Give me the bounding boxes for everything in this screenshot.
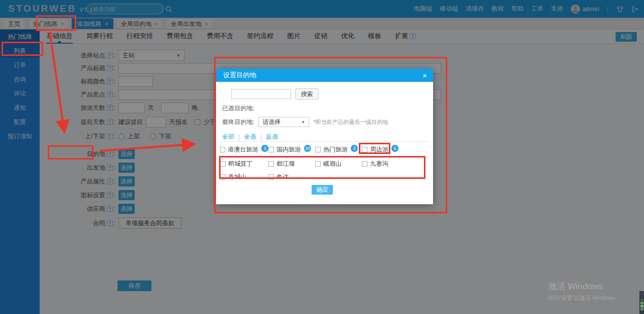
chevron-down-icon: ▼ xyxy=(301,120,305,124)
checkbox[interactable] xyxy=(315,161,321,167)
modal-title: 设置目的地 xyxy=(223,71,256,80)
divider xyxy=(220,141,429,142)
checkbox[interactable] xyxy=(362,161,367,167)
selected-destinations-label: 已选目的地: xyxy=(222,104,254,113)
destination-seda[interactable]: 色达 xyxy=(268,173,315,181)
link-select-all[interactable]: 全选 xyxy=(244,133,256,141)
checkbox[interactable] xyxy=(315,147,321,152)
checkbox[interactable] xyxy=(268,147,274,152)
destination-dujiangyan[interactable]: 都江堰 xyxy=(268,160,315,168)
category-hmt[interactable]: 港澳台旅游3 xyxy=(220,145,268,154)
category-grid: 港澳台旅游3 国内旅游30 热门旅游3 周边游6 xyxy=(220,145,409,154)
checkbox[interactable] xyxy=(362,147,367,152)
destination-jiuzhaigou[interactable]: 九寨沟 xyxy=(362,160,409,168)
destination-search-button[interactable]: 搜索 xyxy=(295,88,319,100)
final-destination-select[interactable]: 请选择▼ xyxy=(258,117,309,127)
category-domestic[interactable]: 国内旅游30 xyxy=(268,145,315,154)
count-badge: 3 xyxy=(261,145,268,152)
count-badge: 3 xyxy=(351,145,358,152)
selection-links: 全部 | 全选 | 反选 xyxy=(222,133,278,141)
app-screen: STOURWEBV7.1 电脑端 移动端 清缓存 教程 帮助 工单 支持 adm… xyxy=(0,0,644,314)
confirm-button[interactable]: 确定 xyxy=(312,185,333,195)
modal-header: 设置目的地 × xyxy=(216,69,433,82)
divider xyxy=(220,179,429,179)
modal-close-icon[interactable]: × xyxy=(422,72,427,79)
link-all[interactable]: 全部 xyxy=(222,133,234,141)
divider xyxy=(220,156,429,156)
destination-qingchengshan[interactable]: 青城山 xyxy=(220,173,268,181)
link-invert[interactable]: 反选 xyxy=(266,133,278,141)
final-destination-row: 最终目的地: 请选择▼ *即当前产品的最后一级目的地 xyxy=(222,117,388,127)
final-destination-hint: *即当前产品的最后一级目的地 xyxy=(313,118,388,126)
checkbox[interactable] xyxy=(268,161,274,167)
destination-emeishan[interactable]: 峨眉山 xyxy=(315,160,362,168)
set-destination-modal: 设置目的地 × 搜索 已选目的地: 最终目的地: 请选择▼ *即当前产品的最后一… xyxy=(216,69,433,204)
checkbox[interactable] xyxy=(220,161,226,167)
final-destination-label: 最终目的地: xyxy=(222,118,254,127)
category-nearby[interactable]: 周边游6 xyxy=(362,145,409,154)
corner-tool-sliver xyxy=(639,291,644,314)
count-badge: 30 xyxy=(304,145,311,152)
count-badge: 6 xyxy=(391,145,398,152)
category-hot[interactable]: 热门旅游3 xyxy=(315,145,362,154)
checkbox[interactable] xyxy=(220,147,225,152)
destination-search-input[interactable] xyxy=(231,89,291,99)
destination-grid: 稻城亚丁 都江堰 峨眉山 九寨沟 青城山 色达 xyxy=(220,160,409,181)
destination-daocheng[interactable]: 稻城亚丁 xyxy=(220,160,268,168)
